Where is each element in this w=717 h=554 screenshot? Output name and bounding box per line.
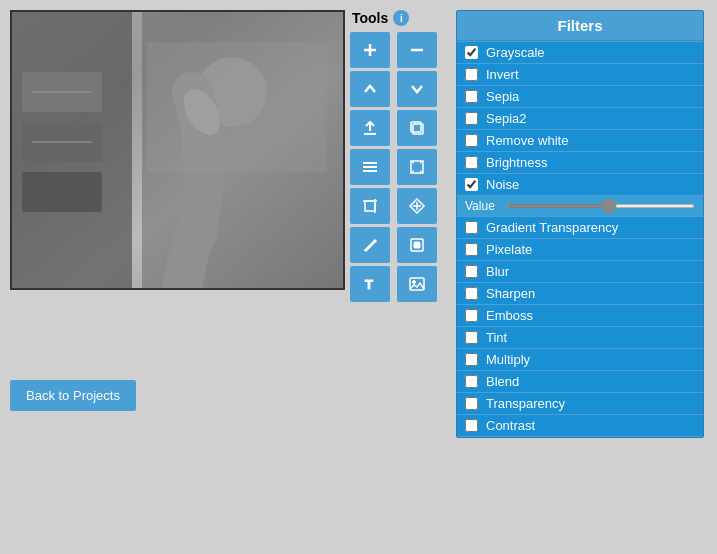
filter-item-sepia[interactable]: Sepia [457,86,703,107]
image-icon [408,275,426,293]
filters-list: GrayscaleInvertSepiaSepia2Remove whiteBr… [457,42,703,436]
pen-icon [361,236,379,254]
tools-header: Tools i [350,10,440,26]
filter-checkbox-pixelate[interactable] [465,243,478,256]
filter-checkbox-sepia2[interactable] [465,112,478,125]
crop-button[interactable] [350,188,390,224]
filter-label-invert: Invert [486,67,519,82]
canvas-image: DigiWidgets [12,12,343,288]
add-button[interactable] [350,32,390,68]
filter-item-brightness[interactable]: Brightness [457,152,703,173]
filter-checkbox-multiply[interactable] [465,353,478,366]
filter-label-tint: Tint [486,330,507,345]
filter-item-contrast[interactable]: Contrast [457,415,703,436]
filter-label-emboss: Emboss [486,308,533,323]
filter-item-gradient-transparency[interactable]: Gradient Transparency [457,217,703,238]
svg-point-33 [412,281,415,284]
filter-label-remove-white: Remove white [486,133,568,148]
filter-item-sharpen[interactable]: Sharpen [457,283,703,304]
filter-checkbox-remove-white[interactable] [465,134,478,147]
image-button[interactable] [397,266,437,302]
filter-label-transparency: Transparency [486,396,565,411]
noise-value-label: Value [465,199,500,213]
pen-button[interactable] [350,227,390,263]
filter-item-multiply[interactable]: Multiply [457,349,703,370]
filter-checkbox-gradient-transparency[interactable] [465,221,478,234]
filter-label-pixelate: Pixelate [486,242,532,257]
filter-checkbox-contrast[interactable] [465,419,478,432]
tools-title: Tools [352,10,388,26]
svg-rect-32 [410,278,424,290]
copy-icon [408,119,426,137]
transform-button[interactable] [397,188,437,224]
upload-button[interactable] [350,110,390,146]
filter-checkbox-noise[interactable] [465,178,478,191]
filter-checkbox-invert[interactable] [465,68,478,81]
align-icon [361,158,379,176]
minus-icon [408,41,426,59]
chevron-up-icon [361,80,379,98]
crop-icon [361,197,379,215]
tools-info-icon[interactable]: i [393,10,409,26]
filter-checkbox-blur[interactable] [465,265,478,278]
filter-item-pixelate[interactable]: Pixelate [457,239,703,260]
tools-panel: Tools i [350,10,440,302]
filter-label-blend: Blend [486,374,519,389]
filter-item-remove-white[interactable]: Remove white [457,130,703,151]
filter-checkbox-brightness[interactable] [465,156,478,169]
filters-title: Filters [457,11,703,41]
remove-button[interactable] [397,32,437,68]
filter-label-blur: Blur [486,264,509,279]
filter-label-grayscale: Grayscale [486,45,545,60]
svg-text:T: T [365,277,373,292]
canvas-svg [12,12,343,288]
filter-checkbox-sepia[interactable] [465,90,478,103]
filter-item-invert[interactable]: Invert [457,64,703,85]
filter-item-blur[interactable]: Blur [457,261,703,282]
filter-checkbox-emboss[interactable] [465,309,478,322]
fit-icon [408,158,426,176]
svg-rect-30 [414,242,420,248]
filter-checkbox-grayscale[interactable] [465,46,478,59]
noise-slider[interactable] [506,204,695,208]
filter-label-sepia2: Sepia2 [486,111,526,126]
filter-item-noise[interactable]: Noise [457,174,703,195]
chevron-down-icon [408,80,426,98]
transform-icon [408,197,426,215]
text-button[interactable]: T [350,266,390,302]
filter-label-multiply: Multiply [486,352,530,367]
svg-line-28 [364,250,365,251]
filter-item-transparency[interactable]: Transparency [457,393,703,414]
filter-label-sharpen: Sharpen [486,286,535,301]
mask-button[interactable] [397,227,437,263]
tools-grid: T [350,32,440,302]
copy-button[interactable] [397,110,437,146]
filter-label-brightness: Brightness [486,155,547,170]
fit-button[interactable] [397,149,437,185]
filter-item-tint[interactable]: Tint [457,327,703,348]
svg-rect-22 [365,201,375,211]
back-to-projects-button[interactable]: Back to Projects [10,380,136,411]
filter-item-sepia2[interactable]: Sepia2 [457,108,703,129]
move-up-button[interactable] [350,71,390,107]
filter-item-blend[interactable]: Blend [457,371,703,392]
filter-label-noise: Noise [486,177,519,192]
filters-panel: Filters GrayscaleInvertSepiaSepia2Remove… [456,10,704,438]
align-button[interactable] [350,149,390,185]
svg-rect-4 [22,172,102,212]
upload-icon [361,119,379,137]
plus-icon [361,41,379,59]
filter-item-grayscale[interactable]: Grayscale [457,42,703,63]
filter-item-emboss[interactable]: Emboss [457,305,703,326]
text-icon: T [361,275,379,293]
move-down-button[interactable] [397,71,437,107]
filter-label-sepia: Sepia [486,89,519,104]
svg-rect-21 [411,161,423,173]
filter-checkbox-blend[interactable] [465,375,478,388]
filter-checkbox-sharpen[interactable] [465,287,478,300]
filter-label-contrast: Contrast [486,418,535,433]
filter-checkbox-tint[interactable] [465,331,478,344]
mask-icon [408,236,426,254]
filter-checkbox-transparency[interactable] [465,397,478,410]
svg-rect-10 [147,42,327,172]
